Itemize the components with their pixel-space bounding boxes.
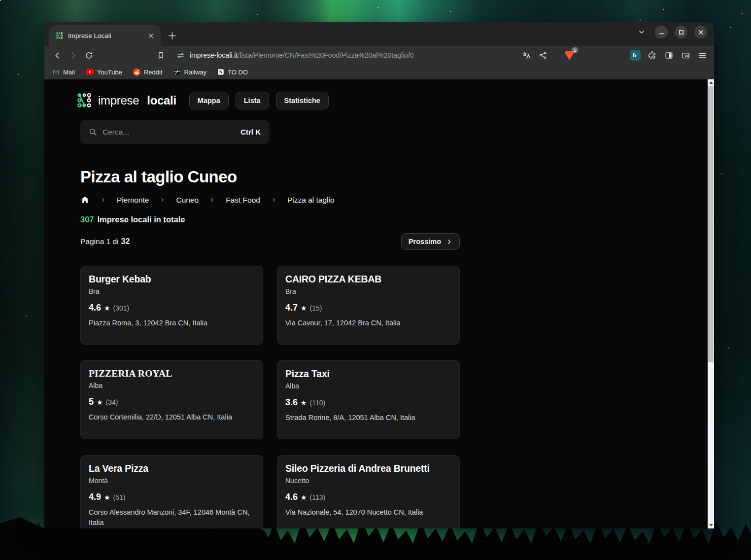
wallet-icon[interactable] — [679, 48, 692, 62]
scrollbar-up-arrow[interactable] — [708, 79, 714, 86]
site-logo[interactable]: impreselocali — [75, 92, 176, 109]
reload-icon[interactable] — [82, 48, 96, 62]
close-button[interactable] — [694, 26, 707, 38]
total-count: 307 — [80, 215, 94, 224]
next-page-label: Prossimo — [409, 238, 441, 245]
bookmark-railway[interactable]: Railway — [173, 69, 207, 76]
business-name: PIZZERIA ROYAL — [89, 368, 255, 379]
star-icon: ★ — [104, 493, 110, 501]
nav-mappa-button[interactable]: Mappa — [189, 92, 229, 109]
browser-tab[interactable]: Imprese Locali — [49, 25, 161, 46]
nav-statistiche-button[interactable]: Statistiche — [276, 92, 329, 109]
business-card[interactable]: Sileo Pizzeria di Andrea Brunetti Nucett… — [277, 455, 460, 528]
bookmark-todo[interactable]: N TO DO — [217, 69, 248, 76]
railway-icon — [173, 69, 181, 76]
search-bar[interactable]: Ctrl K — [80, 120, 270, 144]
page-info-text: Pagina 1 di — [80, 237, 119, 246]
business-name: Sileo Pizzeria di Andrea Brunetti — [285, 463, 451, 474]
site-settings-tune-icon[interactable] — [176, 51, 185, 60]
business-address: Via Nazionale, 54, 12070 Nucetto CN, Ita… — [285, 507, 451, 518]
minimize-button[interactable] — [655, 26, 668, 38]
search-input[interactable] — [102, 128, 236, 137]
site-logo-icon — [75, 92, 93, 109]
bookmark-youtube[interactable]: YouTube — [86, 69, 122, 76]
bookmarks-bar: Mail YouTube Reddit Railway N TO DO — [44, 65, 714, 79]
star-icon: ★ — [301, 399, 307, 407]
business-cards-grid: Burger Kebab Bra 4.6 ★ (301) Piazza Roma… — [80, 266, 460, 528]
forward-icon[interactable] — [66, 48, 80, 62]
total-pages: 32 — [121, 237, 130, 246]
reddit-icon — [133, 69, 140, 76]
business-address: Strada Rorine, 8/A, 12051 Alba CN, Itali… — [285, 413, 451, 423]
shield-badge: 1 — [572, 47, 578, 53]
star-icon: ★ — [301, 304, 307, 312]
tab-close-icon[interactable] — [146, 31, 156, 40]
toolbar-separator — [556, 51, 556, 60]
rating-value: 4.9 — [89, 492, 101, 502]
logo-word-imprese: imprese — [98, 94, 139, 107]
logo-word-locali: locali — [147, 94, 176, 107]
pagination-row: Pagina 1 di 32 Prossimo — [80, 233, 460, 250]
chevron-right-icon — [446, 239, 452, 245]
scrollbar-down-arrow[interactable] — [708, 522, 714, 528]
new-tab-icon[interactable] — [165, 28, 179, 43]
back-icon[interactable] — [50, 48, 64, 62]
business-card[interactable]: CAIRO PIZZA KEBAB Bra 4.7 ★ (15) Via Cav… — [277, 266, 460, 345]
svg-text:N: N — [219, 70, 223, 74]
breadcrumb-fast-food[interactable]: Fast Food — [226, 196, 260, 205]
bookmark-label: TO DO — [228, 69, 248, 76]
site-nav: Mappa Lista Statistiche — [189, 92, 329, 109]
tab-favicon — [55, 32, 64, 40]
breadcrumb-pizza-al-taglio[interactable]: Pizza al taglio — [287, 196, 335, 205]
rating-value: 4.7 — [285, 303, 298, 313]
search-icon — [88, 127, 98, 137]
brave-shield-icon[interactable]: 1 — [562, 48, 577, 62]
bookmark-label: Reddit — [144, 69, 163, 76]
url-path: /lista/Piemonte/CN/Fast%20Food/Pizza%20a… — [238, 51, 413, 59]
review-count: (34) — [106, 398, 118, 406]
bookmark-flag-icon[interactable] — [154, 48, 168, 62]
review-count: (113) — [310, 493, 326, 501]
share-icon[interactable] — [536, 48, 550, 62]
business-city: Bra — [89, 287, 255, 295]
scrollbar-thumb[interactable] — [708, 86, 714, 362]
business-card[interactable]: Burger Kebab Bra 4.6 ★ (301) Piazza Roma… — [80, 266, 263, 345]
next-page-button[interactable]: Prossimo — [401, 233, 460, 250]
business-name: Pizza Taxi — [285, 368, 451, 380]
star-icon: ★ — [97, 398, 103, 406]
menu-hamburger-icon[interactable] — [695, 48, 709, 62]
chevron-right-icon — [160, 197, 165, 203]
business-address: Via Cavour, 17, 12042 Bra CN, Italia — [285, 318, 451, 328]
translate-icon[interactable] — [519, 48, 533, 62]
page-scrollbar[interactable] — [708, 79, 714, 528]
tab-search-chevron-icon[interactable] — [635, 26, 648, 38]
rating-value: 4.6 — [285, 492, 298, 502]
teal-extension-icon[interactable] — [628, 48, 642, 62]
gmail-icon — [52, 69, 60, 75]
business-card[interactable]: Pizza Taxi Alba 3.6 ★ (110) Strada Rorin… — [277, 360, 460, 439]
review-count: (110) — [310, 399, 326, 407]
chevron-right-icon — [101, 197, 106, 203]
home-icon[interactable] — [80, 195, 90, 205]
extensions-puzzle-icon[interactable] — [645, 48, 659, 62]
business-card[interactable]: PIZZERIA ROYAL Alba 5 ★ (34) Corso Corte… — [80, 360, 263, 439]
address-bar[interactable]: imprese-locali.it/lista/Piemonte/CN/Fast… — [170, 51, 517, 60]
breadcrumb-cuneo[interactable]: Cuneo — [176, 196, 199, 205]
nav-lista-button[interactable]: Lista — [236, 92, 269, 109]
bookmark-label: YouTube — [97, 69, 122, 76]
browser-toolbar: imprese-locali.it/lista/Piemonte/CN/Fast… — [44, 46, 714, 65]
business-card[interactable]: La Vera Pizza Montà 4.9 ★ (51) Corso Ale… — [80, 455, 263, 528]
business-city: Alba — [285, 382, 451, 390]
sidebar-toggle-icon[interactable] — [662, 48, 676, 62]
breadcrumb-piemonte[interactable]: Piemonte — [117, 196, 149, 205]
star-icon: ★ — [301, 493, 307, 501]
notion-icon: N — [217, 69, 224, 75]
bookmark-mail[interactable]: Mail — [52, 69, 75, 76]
url-domain: imprese-locali.it — [190, 51, 238, 59]
maximize-button[interactable] — [675, 26, 687, 38]
bookmark-reddit[interactable]: Reddit — [133, 69, 163, 76]
review-count: (51) — [113, 493, 126, 501]
bookmark-label: Railway — [184, 69, 207, 76]
business-name: Burger Kebab — [89, 274, 255, 285]
rating-value: 4.6 — [89, 303, 101, 313]
